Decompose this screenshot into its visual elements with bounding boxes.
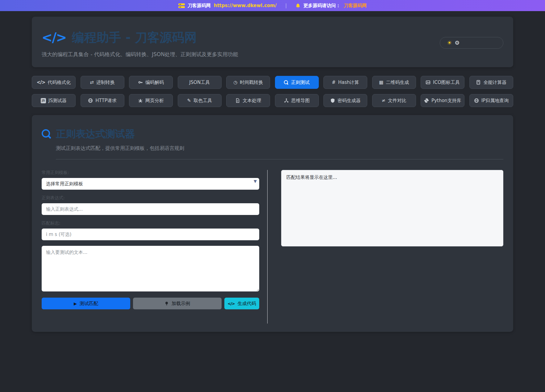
panel-divider xyxy=(56,159,503,159)
button-label: 加载示例 xyxy=(172,301,190,307)
tab-label: 文件对比 xyxy=(388,98,406,104)
tab-mindmap[interactable]: 思维导图 xyxy=(275,94,319,107)
tab-label: IP归属地查询 xyxy=(481,98,509,104)
tab-json-tools[interactable]: JSON工具 xyxy=(178,76,222,89)
tab-qrcode[interactable]: ▦ 二维码生成 xyxy=(372,76,416,89)
search-icon xyxy=(42,129,52,139)
regex-flags-input[interactable] xyxy=(42,229,259,240)
bell-icon xyxy=(295,3,301,8)
topbar-site-name: 刀客源码网 xyxy=(188,3,211,9)
code-icon: </> xyxy=(42,30,66,45)
tab-color-picker[interactable]: ✎ 取色工具 xyxy=(178,94,222,107)
js-icon: JS xyxy=(41,98,46,103)
flags-label: 匹配标志: xyxy=(42,221,259,226)
tab-label: HTTP请求 xyxy=(95,98,116,104)
tab-label: 时间戳转换 xyxy=(240,80,263,85)
regex-pattern-input[interactable] xyxy=(42,203,259,215)
tab-encode-decode[interactable]: 编码解码 xyxy=(129,76,173,89)
tab-label: 思维导图 xyxy=(291,98,310,104)
tab-label: 密码生成器 xyxy=(338,98,361,104)
image-icon xyxy=(426,80,431,85)
tab-label: 二维码生成 xyxy=(386,80,409,85)
globe-icon xyxy=(88,98,93,103)
tab-hash-calc[interactable]: # Hash计算 xyxy=(323,76,367,89)
tab-label: 编码解码 xyxy=(145,80,164,85)
gear-icon[interactable]: ⚙ xyxy=(455,40,460,46)
button-label: 生成代码 xyxy=(238,301,256,307)
tab-label: Python支持库 xyxy=(431,98,461,104)
tab-label: 文本处理 xyxy=(243,98,261,104)
template-label: 常用正则模板: xyxy=(42,170,259,175)
globe-icon xyxy=(474,98,479,103)
tab-label: Hash计算 xyxy=(338,80,359,85)
tab-code-format[interactable]: </> 代码格式化 xyxy=(32,76,76,89)
topbar: 刀客源码网 https://www.dkewl.com/ | 更多源码请访问： … xyxy=(0,0,545,11)
not-equal-icon: ≠ xyxy=(382,98,386,103)
clock-icon: ◷ xyxy=(233,80,237,85)
pattern-label: 正则表达式: xyxy=(42,195,259,201)
tab-label: ICO图标工具 xyxy=(433,80,460,85)
tab-label: 正则测试 xyxy=(291,80,310,85)
calculator-icon xyxy=(476,80,481,85)
topbar-notice-link[interactable]: 刀客源码网 xyxy=(343,3,367,9)
tab-ico-tools[interactable]: ICO图标工具 xyxy=(421,76,464,89)
code-icon: </> xyxy=(227,301,235,306)
tab-base-convert[interactable]: ⇄ 进制转换 xyxy=(81,76,124,89)
tab-file-diff[interactable]: ≠ 文件对比 xyxy=(372,94,416,107)
tab-timestamp[interactable]: ◷ 时间戳转换 xyxy=(226,76,270,89)
test-match-button[interactable]: ▶ 测试匹配 xyxy=(42,298,130,309)
regex-template-select[interactable]: 选择常用正则模板 xyxy=(42,178,259,190)
tab-label: 代码格式化 xyxy=(48,80,71,85)
tab-text-process[interactable]: 文本处理 xyxy=(226,94,270,107)
tab-js-tester[interactable]: JS JS测试器 xyxy=(32,94,76,107)
tab-python-lib[interactable]: Python支持库 xyxy=(421,94,464,107)
button-label: 测试匹配 xyxy=(80,301,98,307)
regex-tester-panel: 正则表达式测试器 测试正则表达式匹配，提供常用正则模板，包括易语言规则 常用正则… xyxy=(32,115,513,332)
header-card: </> 编程助手 - 刀客源码网 强大的编程工具集合 - 代码格式化、编码转换、… xyxy=(32,17,513,67)
load-example-button[interactable]: 加载示例 xyxy=(133,298,222,309)
match-result-box: 匹配结果将显示在这里... xyxy=(281,170,503,246)
tab-label: JS测试器 xyxy=(48,98,67,104)
tab-label: 取色工具 xyxy=(193,98,212,104)
mindmap-icon xyxy=(284,98,289,103)
play-icon: ▶ xyxy=(74,302,77,306)
spider-icon xyxy=(138,98,143,103)
sun-icon[interactable]: ☀ xyxy=(447,40,452,46)
tab-label: 全能计算器 xyxy=(483,80,506,85)
theme-toggle[interactable]: ☀ ⚙ xyxy=(440,37,503,49)
tool-tabs: </> 代码格式化 ⇄ 进制转换 编码解码 JSON工具 ◷ 时间戳转换 正则测… xyxy=(32,76,513,107)
topbar-site-url-link[interactable]: https://www.dkewl.com/ xyxy=(214,3,277,8)
panel-subtitle: 测试正则表达式匹配，提供常用正则模板，包括易语言规则 xyxy=(56,145,503,152)
document-icon xyxy=(235,98,240,103)
tab-label: JSON工具 xyxy=(189,80,210,85)
hash-icon: # xyxy=(332,80,336,85)
tab-label: 网页分析 xyxy=(145,98,164,104)
topbar-separator: | xyxy=(285,3,287,8)
page-subtitle: 强大的编程工具集合 - 代码格式化、编码转换、JSON处理、正则测试及更多实用功… xyxy=(42,51,503,58)
key-icon xyxy=(138,80,143,85)
tab-label: 进制转换 xyxy=(96,80,115,85)
tab-ip-lookup[interactable]: IP归属地查询 xyxy=(469,94,513,107)
regex-form: 常用正则模板: 选择常用正则模板 ▼ 正则表达式: 匹配标志: ▶ 测试匹配 xyxy=(42,170,259,324)
search-icon xyxy=(284,80,289,85)
python-icon xyxy=(424,98,429,103)
test-text-textarea[interactable] xyxy=(42,246,259,291)
tab-calculator[interactable]: 全能计算器 xyxy=(469,76,513,89)
tab-http-request[interactable]: HTTP请求 xyxy=(81,94,124,107)
tab-web-analyze[interactable]: 网页分析 xyxy=(129,94,173,107)
code-icon: </> xyxy=(37,80,45,85)
panel-title: 正则表达式测试器 xyxy=(56,127,135,141)
qrcode-icon: ▦ xyxy=(379,80,383,85)
generate-code-button[interactable]: </> 生成代码 xyxy=(224,298,259,309)
money-icon xyxy=(178,3,185,8)
pen-icon: ✎ xyxy=(187,98,191,103)
tab-password-gen[interactable]: 密码生成器 xyxy=(323,94,367,107)
tab-regex-test[interactable]: 正则测试 xyxy=(275,76,319,89)
topbar-notice-text: 更多源码请访问： xyxy=(303,3,340,9)
bulb-icon xyxy=(164,301,169,306)
page-title: 编程助手 - 刀客源码网 xyxy=(72,29,197,46)
shield-icon xyxy=(330,98,335,103)
swap-arrows-icon: ⇄ xyxy=(90,80,94,85)
